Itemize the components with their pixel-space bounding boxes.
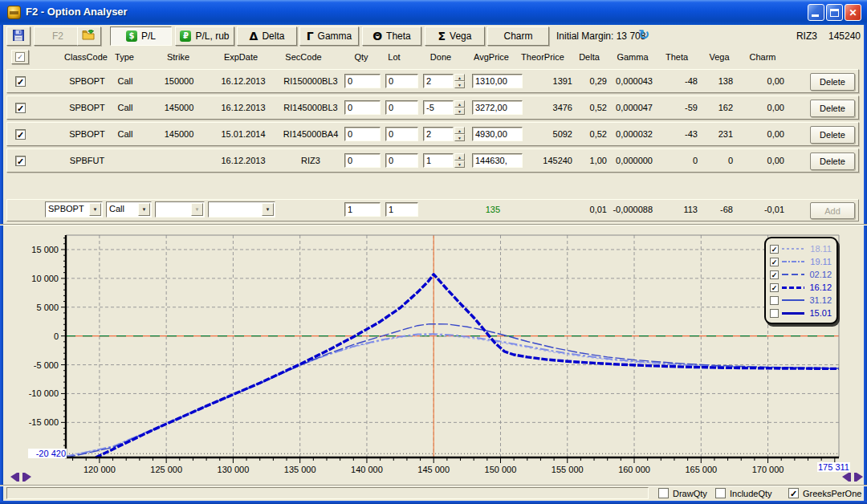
delete-button[interactable]: Delete [810, 100, 855, 117]
lot-input[interactable] [385, 153, 418, 168]
chevron-down-icon[interactable] [138, 203, 150, 216]
classcode-select[interactable]: SPBOPT [45, 201, 103, 217]
done-spinner[interactable]: ▲▼ [423, 100, 465, 115]
vega-cell: 138 [699, 76, 733, 86]
qty-input[interactable] [344, 127, 381, 141]
legend-line-sample [782, 274, 804, 275]
scroll-left-icon[interactable] [839, 473, 851, 482]
pl-chart-canvas: 120 000125 000130 000135 000140 000145 0… [6, 226, 861, 485]
row-checkbox[interactable] [15, 76, 26, 87]
done-spinner[interactable]: ▲▼ [423, 153, 465, 168]
maximize-icon [830, 9, 839, 17]
chevron-down-icon[interactable] [191, 203, 203, 216]
row-checkbox[interactable] [15, 156, 26, 166]
lot-input[interactable] [385, 127, 418, 141]
checkbox-label: GreeksPerOne [803, 489, 861, 498]
checkbox-icon[interactable] [715, 488, 726, 498]
charm-cell: 0,00 [735, 103, 784, 112]
new-theorprice-value: 135 [450, 205, 500, 214]
table-row: SPBOPTCall15000016.12.2013RI150000BL3▲▼1… [6, 69, 859, 93]
window-border-right [864, 25, 867, 501]
spin-up-icon[interactable]: ▲ [454, 74, 465, 81]
close-button[interactable]: ✕ [845, 4, 861, 21]
spin-up-icon[interactable]: ▲ [454, 127, 465, 134]
delete-button[interactable]: Delete [810, 126, 855, 144]
f2-button[interactable]: F2 [34, 26, 82, 46]
checkbox-icon[interactable] [658, 488, 669, 498]
done-input[interactable] [423, 100, 454, 115]
spin-down-icon[interactable]: ▼ [454, 108, 465, 115]
legend-checkbox[interactable] [770, 245, 779, 254]
row-checkbox[interactable] [15, 103, 26, 113]
classcode-select-value: SPBOPT [48, 204, 84, 213]
new-theta-value: 113 [654, 205, 698, 214]
x-tick-label: 150 000 [485, 465, 517, 474]
minimize-button[interactable] [808, 4, 824, 21]
checkbox-icon[interactable] [788, 488, 799, 498]
legend-checkbox[interactable] [770, 258, 779, 266]
scroll-right-icon[interactable] [22, 473, 35, 482]
select-all-checkbox[interactable]: ✓ [11, 50, 29, 64]
strike-select[interactable] [155, 201, 205, 217]
spin-up-icon[interactable]: ▲ [454, 153, 465, 161]
legend-item-18-11: 18.11 [770, 242, 832, 255]
legend-checkbox[interactable] [770, 270, 779, 279]
legend-item-02-12: 02.12 [770, 268, 832, 281]
row-checkbox[interactable] [15, 129, 26, 140]
done-spinner[interactable]: ▲▼ [423, 127, 465, 141]
scroll-right-icon[interactable] [854, 473, 866, 482]
chevron-down-icon[interactable] [89, 203, 101, 216]
toggle-charm[interactable]: Charm [487, 26, 549, 46]
legend-checkbox[interactable] [770, 296, 779, 305]
toggle-theta[interactable]: ΘTheta [362, 26, 421, 46]
x-tick-label: 120 000 [83, 465, 116, 474]
type-select[interactable]: Call [106, 201, 152, 217]
table-row: SPBFUT16.12.2013RIZ3▲▼1452401,000,000000… [6, 148, 859, 173]
toggle-gamma[interactable]: ΓGamma [299, 26, 359, 46]
legend-checkbox[interactable] [770, 309, 779, 318]
delete-button[interactable]: Delete [810, 73, 855, 91]
x-tick-label: 130 000 [218, 465, 250, 474]
new-qty-input[interactable] [344, 202, 381, 217]
qty-input[interactable] [344, 74, 381, 88]
lot-input[interactable] [385, 100, 418, 115]
maximize-button[interactable] [826, 4, 843, 21]
spin-down-icon[interactable]: ▼ [454, 134, 465, 141]
add-button[interactable]: Add [810, 202, 855, 219]
open-folder-button[interactable] [77, 26, 101, 46]
toggle-label: P/L, rub [195, 30, 229, 42]
status-check-includeqty[interactable]: IncludeQty [715, 488, 772, 498]
lot-input[interactable] [385, 74, 418, 88]
column-header-charm: Charm [749, 52, 775, 62]
refresh-icon[interactable]: ↻ [638, 26, 649, 43]
qty-input[interactable] [344, 100, 381, 115]
toggle-p-l-rub[interactable]: ₽P/L, rub [175, 26, 234, 46]
status-check-greeksperone[interactable]: GreeksPerOne [788, 488, 861, 498]
done-input[interactable] [423, 127, 454, 141]
done-input[interactable] [423, 153, 454, 168]
status-check-drawqty[interactable]: DrawQty [658, 488, 707, 498]
scroll-left-icon[interactable] [7, 473, 19, 482]
legend-label: 15.01 [808, 308, 832, 318]
done-spinner[interactable]: ▲▼ [423, 74, 465, 88]
new-lot-input[interactable] [385, 202, 418, 217]
done-input[interactable] [423, 74, 454, 88]
qty-input[interactable] [344, 153, 381, 168]
spin-up-icon[interactable]: ▲ [454, 100, 465, 108]
x-tick-label: 145 000 [417, 465, 450, 474]
theta-cell: 0 [654, 156, 698, 165]
app-window: F2 - Option Analyser ✕ F2 $P/L [0, 0, 867, 504]
legend-line-sample [782, 312, 804, 315]
theta-cell: -59 [654, 103, 698, 112]
legend-checkbox[interactable] [770, 283, 779, 292]
toggle-vega[interactable]: ΣVega [425, 26, 485, 46]
chevron-down-icon[interactable] [262, 203, 274, 216]
spin-down-icon[interactable]: ▼ [454, 161, 465, 168]
theorprice-cell: 145240 [513, 156, 572, 165]
toggle-p-l[interactable]: $P/L [110, 26, 172, 46]
delete-button[interactable]: Delete [810, 152, 855, 170]
save-button[interactable] [6, 26, 31, 46]
spin-down-icon[interactable]: ▼ [454, 81, 465, 88]
toggle-delta[interactable]: ΔDelta [237, 26, 297, 46]
seccode-select[interactable] [208, 201, 275, 217]
